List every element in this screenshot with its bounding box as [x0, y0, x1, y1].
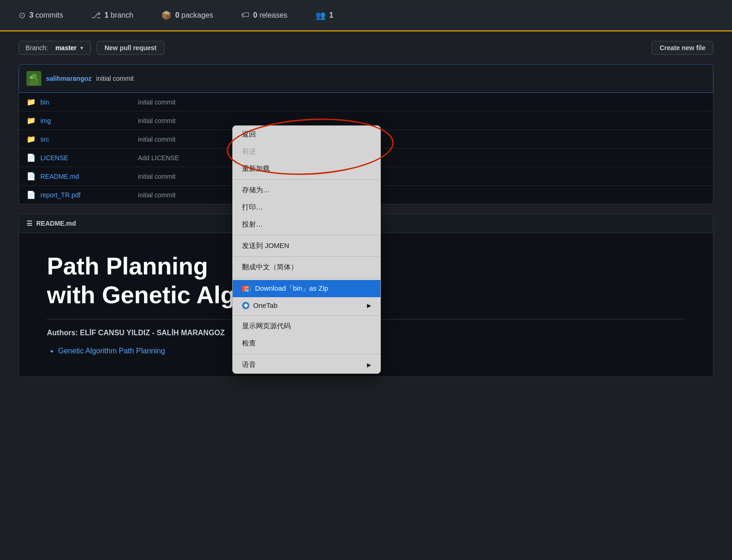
toolbar: Branch: master ▼ New pull request Create…: [0, 32, 732, 64]
svg-point-3: [30, 76, 33, 79]
separator: [233, 278, 380, 278]
svg-point-4: [36, 78, 38, 80]
branch-prefix-label: Branch:: [26, 44, 48, 52]
file-icon: 📄: [26, 153, 36, 162]
stats-bar: ⊙ 3 commits ⎇ 1 branch 📦 0 packages 🏷 0 …: [0, 0, 732, 32]
file-name[interactable]: report_TR.pdf: [40, 191, 133, 199]
releases-icon: 🏷: [241, 10, 249, 20]
commit-message: initial commit: [96, 75, 134, 82]
print-label: 打印…: [242, 203, 263, 212]
file-commit: initial commit: [138, 173, 706, 180]
context-menu-print[interactable]: 打印…: [233, 199, 380, 216]
releases-stat[interactable]: 🏷 0 releases: [241, 10, 288, 20]
create-new-file-button[interactable]: Create new file: [652, 41, 713, 55]
folder-icon: 📁: [26, 135, 36, 143]
commits-icon: ⊙: [19, 10, 26, 20]
context-menu-cast[interactable]: 投射…: [233, 216, 380, 233]
file-icon: 📄: [26, 172, 36, 181]
file-name[interactable]: img: [40, 117, 133, 124]
forward-label: 前进: [242, 147, 256, 156]
separator: [233, 256, 380, 257]
contributors-icon: 👥: [315, 10, 326, 20]
file-commit: initial commit: [138, 117, 706, 124]
cast-label: 投射…: [242, 220, 263, 229]
releases-count: 0 releases: [253, 11, 288, 20]
reload-label: 重新加载: [242, 164, 270, 173]
download-zip-label: Download「bin」as Zip: [255, 284, 328, 293]
save-as-label: 存储为…: [242, 186, 270, 195]
commit-author[interactable]: salihmarangoz: [46, 75, 92, 82]
context-menu: 返回 前进 重新加载 存储为… 打印… 投射… 发送到 JOMEN 翻成中文（简…: [232, 125, 381, 374]
branches-count: 1 branch: [105, 11, 133, 20]
file-commit: initial commit: [138, 191, 706, 199]
file-commit: initial commit: [138, 98, 706, 106]
branches-stat[interactable]: ⎇ 1 branch: [91, 10, 133, 20]
readme-icon: ☰: [26, 220, 33, 227]
onetab-arrow-icon: ▶: [367, 302, 371, 309]
onetab-icon: ◆: [242, 302, 249, 309]
back-label: 返回: [242, 130, 256, 139]
speech-arrow-icon: ▶: [367, 362, 371, 368]
context-menu-back[interactable]: 返回: [233, 126, 380, 143]
context-menu-send-jomen[interactable]: 发送到 JOMEN: [233, 237, 380, 254]
context-menu-reload[interactable]: 重新加载: [233, 160, 380, 177]
speech-label: 语音: [242, 360, 256, 369]
folder-icon: 📁: [26, 116, 36, 125]
file-commit: initial commit: [138, 136, 706, 143]
context-menu-forward: 前进: [233, 143, 380, 160]
git-zip-icon: GitZip: [242, 286, 251, 292]
file-name[interactable]: bin: [40, 98, 133, 106]
list-item-link[interactable]: Genetic Algorithm Path Planning: [58, 347, 165, 355]
context-menu-save-as[interactable]: 存储为…: [233, 182, 380, 199]
readme-title-label: README.md: [36, 220, 76, 227]
context-menu-download-zip[interactable]: GitZip Download「bin」as Zip: [233, 280, 380, 297]
file-name[interactable]: README.md: [40, 173, 133, 180]
folder-icon: 📁: [26, 98, 36, 106]
packages-icon: 📦: [161, 10, 171, 20]
send-jomen-label: 发送到 JOMEN: [242, 241, 289, 250]
new-pull-request-button[interactable]: New pull request: [97, 41, 164, 55]
avatar: [26, 71, 41, 86]
separator: [233, 354, 380, 354]
inspect-label: 检查: [242, 339, 256, 348]
context-menu-translate[interactable]: 翻成中文（简体）: [233, 259, 380, 276]
contributors-stat[interactable]: 👥 1: [315, 10, 333, 20]
onetab-label: OneTab: [253, 301, 278, 309]
view-source-label: 显示网页源代码: [242, 322, 291, 331]
packages-count: 0 packages: [175, 11, 213, 20]
translate-label: 翻成中文（简体）: [242, 263, 298, 272]
svg-rect-2: [29, 80, 39, 85]
context-menu-speech[interactable]: 语音 ▶: [233, 356, 380, 373]
packages-stat[interactable]: 📦 0 packages: [161, 10, 213, 20]
commits-count: 3 commits: [29, 11, 63, 20]
readme-title-line1: Path Planning: [47, 253, 208, 280]
separator: [233, 179, 380, 180]
file-name[interactable]: LICENSE: [40, 154, 133, 162]
separator: [233, 235, 380, 235]
commits-stat[interactable]: ⊙ 3 commits: [19, 10, 63, 20]
contributors-count: 1: [329, 11, 333, 20]
context-menu-onetab[interactable]: ◆ OneTab ▶: [233, 297, 380, 313]
commit-header: salihmarangoz initial commit: [19, 64, 713, 93]
branch-selector[interactable]: Branch: master ▼: [19, 41, 91, 55]
context-menu-view-source[interactable]: 显示网页源代码: [233, 318, 380, 335]
file-commit: Add LICENSE: [138, 154, 706, 162]
table-row[interactable]: 📁 bin initial commit: [19, 93, 713, 111]
separator: [233, 315, 380, 316]
file-icon: 📄: [26, 190, 36, 199]
branch-name-label: master: [55, 44, 77, 52]
context-menu-inspect[interactable]: 检查: [233, 335, 380, 352]
branch-caret-icon: ▼: [79, 46, 84, 51]
file-name[interactable]: src: [40, 136, 133, 143]
branch-icon: ⎇: [91, 10, 101, 20]
